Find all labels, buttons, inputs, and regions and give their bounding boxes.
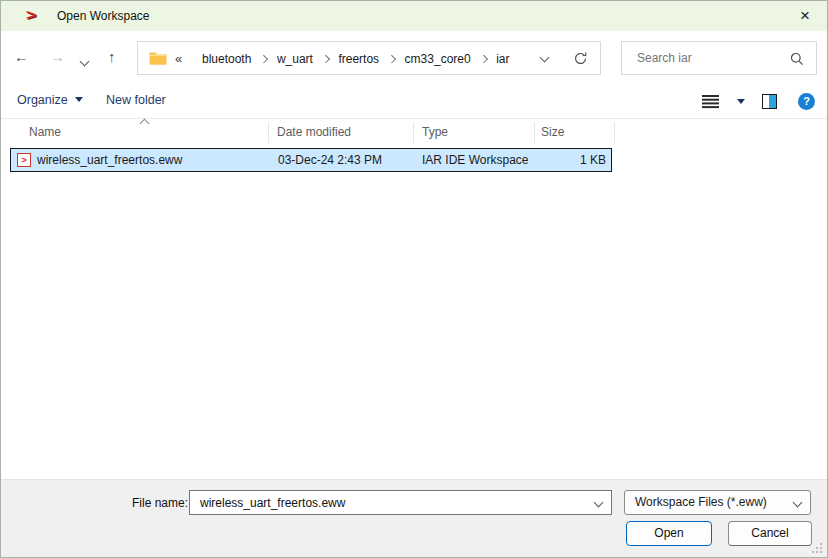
cancel-button[interactable]: Cancel: [728, 521, 812, 546]
organize-label: Organize: [17, 93, 68, 107]
new-folder-button[interactable]: New folder: [106, 93, 166, 107]
view-options-chevron-icon[interactable]: [737, 99, 745, 104]
toolbar-divider: [1, 118, 827, 119]
chevron-down-icon: [80, 57, 90, 67]
title-bar: > Open Workspace ×: [1, 1, 827, 31]
breadcrumb-item-cm33-core0[interactable]: cm33_core0: [405, 52, 471, 66]
back-button[interactable]: ←: [14, 49, 29, 65]
column-header-size[interactable]: Size: [541, 125, 564, 139]
file-type: IAR IDE Workspace: [422, 149, 528, 171]
search-input[interactable]: [635, 50, 784, 66]
footer-bar: File name: Workspace Files (*.eww) Open …: [1, 479, 827, 557]
details-view-icon[interactable]: [702, 95, 719, 97]
file-name-combobox: [189, 490, 612, 515]
organize-button[interactable]: Organize: [17, 93, 83, 107]
column-divider[interactable]: [614, 122, 615, 143]
close-icon[interactable]: ×: [793, 4, 817, 28]
help-icon[interactable]: ?: [798, 93, 815, 110]
folder-icon: [149, 51, 167, 65]
breadcrumb-separator-icon: [322, 55, 330, 63]
eww-file-icon: >: [17, 153, 31, 167]
column-divider[interactable]: [268, 122, 269, 143]
breadcrumb: bluetooth w_uart freertos cm33_core0 iar: [192, 51, 510, 67]
breadcrumb-separator-icon: [260, 55, 268, 63]
address-dropdown-icon[interactable]: [540, 53, 550, 63]
recent-locations-button[interactable]: [81, 54, 88, 68]
window-title: Open Workspace: [57, 9, 150, 23]
column-divider[interactable]: [413, 122, 414, 143]
up-button[interactable]: ↑: [108, 49, 116, 65]
breadcrumb-item-freertos[interactable]: freertos: [338, 52, 379, 66]
search-box: [621, 41, 817, 75]
file-name-label: File name:: [132, 496, 188, 510]
breadcrumb-overflow[interactable]: «: [175, 51, 182, 66]
refresh-icon[interactable]: [573, 51, 588, 66]
preview-pane-icon[interactable]: [762, 94, 777, 109]
file-date-modified: 03-Dec-24 2:43 PM: [278, 149, 382, 171]
file-type-filter-value: Workspace Files (*.eww): [635, 495, 767, 509]
iar-app-icon: >: [26, 7, 36, 23]
open-workspace-dialog: > Open Workspace × ← → ↑ « bluetooth w_u…: [0, 0, 828, 558]
file-size: 1 KB: [580, 149, 606, 171]
file-type-dropdown-icon: [793, 498, 803, 508]
address-bar: « bluetooth w_uart freertos cm33_core0 i…: [137, 41, 601, 75]
breadcrumb-separator-icon: [480, 55, 488, 63]
breadcrumb-item-w-uart[interactable]: w_uart: [277, 52, 313, 66]
resize-grip[interactable]: [812, 551, 814, 553]
column-header-date-modified[interactable]: Date modified: [277, 125, 351, 139]
search-icon[interactable]: [790, 52, 804, 66]
column-header-type[interactable]: Type: [422, 125, 448, 139]
file-type-select[interactable]: Workspace Files (*.eww): [624, 490, 811, 515]
open-button[interactable]: Open: [626, 521, 712, 546]
file-name: wireless_uart_freertos.eww: [37, 149, 182, 171]
breadcrumb-item-iar[interactable]: iar: [496, 52, 509, 66]
column-header-name[interactable]: Name: [29, 125, 61, 139]
forward-button[interactable]: →: [50, 49, 65, 65]
file-row-selected[interactable]: > wireless_uart_freertos.eww 03-Dec-24 2…: [10, 148, 612, 172]
file-name-input[interactable]: [198, 495, 577, 511]
column-divider[interactable]: [534, 122, 535, 143]
triangle-down-icon: [75, 97, 83, 102]
sort-ascending-icon: [140, 119, 150, 129]
file-name-dropdown-icon[interactable]: [594, 498, 604, 508]
breadcrumb-separator-icon: [388, 55, 396, 63]
breadcrumb-item-bluetooth[interactable]: bluetooth: [202, 52, 251, 66]
